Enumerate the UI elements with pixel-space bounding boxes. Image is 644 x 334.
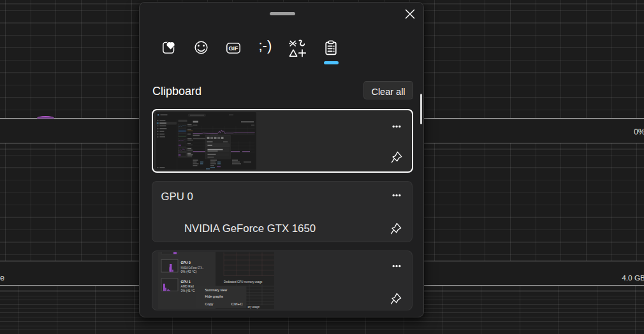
svg-text:Hide graphs: Hide graphs [205, 294, 223, 298]
svg-text:Dedicated GPU memory usage: Dedicated GPU memory usage [224, 280, 263, 284]
svg-text:AMD Rad: AMD Rad [180, 284, 194, 288]
svg-text:GPU 1: GPU 1 [180, 279, 191, 283]
svg-text:NVIDIA GeForce GTX...: NVIDIA GeForce GTX... [180, 265, 203, 269]
svg-text:Ctrl+C: Ctrl+C [231, 302, 243, 306]
svg-text:0% (42 °C): 0% (42 °C) [180, 270, 196, 273]
svg-text:GPU 0: GPU 0 [180, 260, 191, 264]
svg-text:GIF: GIF [229, 45, 239, 52]
svg-text:3% (41 °C: 3% (41 °C [180, 288, 194, 292]
svg-text:ory usage: ory usage [247, 305, 260, 309]
svg-text:Copy: Copy [205, 302, 213, 306]
svg-text:Summary view: Summary view [205, 288, 227, 292]
